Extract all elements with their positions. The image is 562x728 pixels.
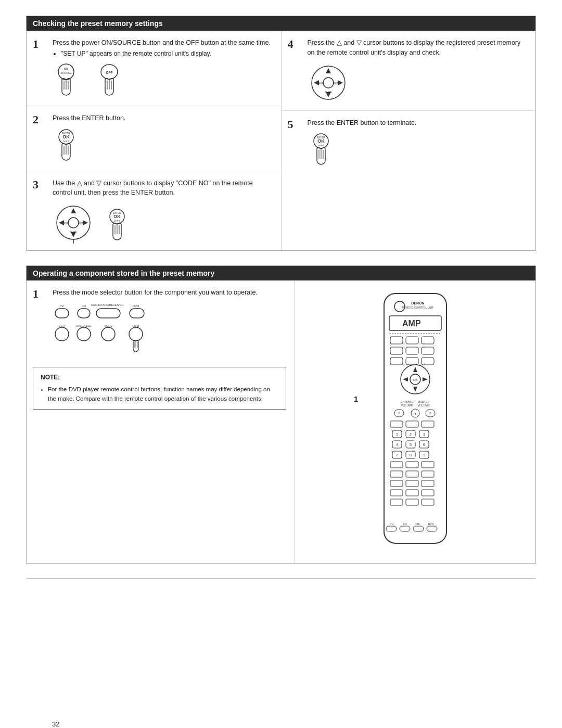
svg-text:CBL: CBL <box>415 522 420 526</box>
section2-col-right: 1 DENON REMOTE CONTROL UNIT AMP <box>295 280 535 563</box>
enter-button-icon-5: ENTER OK SHIFT <box>308 132 341 170</box>
svg-text:CABLE/TAPE/RECEIVER: CABLE/TAPE/RECEIVER <box>91 303 123 306</box>
section2-title: Operating a component stored in the pres… <box>33 269 214 277</box>
svg-text:TV: TV <box>390 522 394 526</box>
svg-text:2: 2 <box>410 432 412 436</box>
bottom-rule <box>26 578 536 579</box>
svg-rect-138 <box>422 499 434 505</box>
svg-point-66 <box>129 327 143 341</box>
step1-number: 1 <box>33 38 47 100</box>
svg-rect-77 <box>390 337 403 344</box>
step1-text: Press the power ON/SOURCE button and the… <box>53 38 273 58</box>
svg-text:DVD: DVD <box>428 522 434 526</box>
svg-text:DENON: DENON <box>412 301 425 305</box>
svg-rect-127 <box>390 471 403 477</box>
step4-row: 4 Press the △ and ▽ cursor buttons to di… <box>282 31 536 111</box>
svg-rect-70 <box>384 293 446 543</box>
s2-step1-images: TV CD CABLE/TAPE/RECEIVER DVD <box>53 302 286 355</box>
section1-col-right: 4 Press the △ and ▽ cursor buttons to di… <box>282 31 536 250</box>
section1-col-left: 1 Press the power ON/SOURCE button and t… <box>27 31 282 250</box>
svg-rect-145 <box>413 526 424 531</box>
section1-content: 1 Press the power ON/SOURCE button and t… <box>27 31 535 250</box>
svg-text:MODE: MODE <box>78 222 86 225</box>
svg-text:8: 8 <box>410 453 412 457</box>
svg-text:TV: TV <box>60 304 64 308</box>
svg-rect-104 <box>406 421 418 427</box>
mode-selector-icon: TV CD CABLE/TAPE/RECEIVER DVD <box>53 302 157 355</box>
svg-rect-131 <box>406 480 418 487</box>
enter-button-icon-2: ENTER OK SHIFT <box>53 127 86 165</box>
section2-col-left: 1 Press the mode selector button for the… <box>27 280 295 563</box>
svg-rect-58 <box>130 309 144 318</box>
step2-number: 2 <box>33 113 47 165</box>
section2-two-col: 1 Press the mode selector button for the… <box>27 280 535 563</box>
svg-rect-144 <box>400 526 410 531</box>
step3-number: 3 <box>33 178 47 246</box>
svg-text:OFF: OFF <box>106 71 113 74</box>
svg-rect-83 <box>390 357 403 365</box>
svg-rect-133 <box>390 490 403 496</box>
s2-step1-row: 1 Press the mode selector button for the… <box>27 280 295 361</box>
section2-content: 1 Press the mode selector button for the… <box>27 280 535 563</box>
note-list: For the DVD player remote control button… <box>48 385 278 404</box>
svg-rect-132 <box>422 480 434 487</box>
svg-rect-85 <box>422 357 434 365</box>
svg-text:6: 6 <box>423 443 425 446</box>
svg-rect-81 <box>406 347 418 354</box>
s2-step1-number: 1 <box>33 288 47 355</box>
svg-text:VCR: VCR <box>59 324 66 327</box>
svg-rect-125 <box>406 462 418 468</box>
enter-button-icon-3: ENTER OK SHIFT <box>104 207 137 245</box>
step1-images: ON SOURCE <box>53 62 273 100</box>
svg-rect-136 <box>390 499 403 505</box>
svg-text:+: + <box>429 411 432 416</box>
svg-text:4: 4 <box>396 443 398 446</box>
svg-point-63 <box>55 327 69 341</box>
svg-rect-78 <box>406 337 418 344</box>
remote-step-label: 1 <box>354 395 358 403</box>
svg-rect-82 <box>422 347 434 354</box>
svg-text:3: 3 <box>423 432 425 436</box>
svg-text:SHIFT: SHIFT <box>318 144 324 147</box>
step1-body: Press the power ON/SOURCE button and the… <box>53 38 273 100</box>
svg-rect-80 <box>390 347 403 354</box>
off-button-icon: OFF <box>96 62 130 100</box>
svg-rect-105 <box>422 421 434 427</box>
step4-text: Press the △ and ▽ cursor buttons to disp… <box>308 38 528 58</box>
section1-header: Checking the preset memory settings <box>27 16 535 31</box>
svg-rect-124 <box>390 462 403 468</box>
svg-point-64 <box>77 327 91 341</box>
svg-text:SKIP: SKIP <box>62 222 68 225</box>
svg-text:OK: OK <box>317 138 325 144</box>
svg-text:MODE: MODE <box>333 82 341 85</box>
svg-marker-90 <box>403 377 408 381</box>
svg-text:OK: OK <box>113 214 121 219</box>
step3-row: 3 Use the △ and ▽ cursor buttons to disp… <box>27 171 281 251</box>
svg-text:9: 9 <box>423 453 425 457</box>
svg-text:MASTER: MASTER <box>418 400 430 403</box>
svg-marker-37 <box>326 68 331 73</box>
svg-rect-146 <box>427 526 437 531</box>
svg-rect-130 <box>390 480 403 487</box>
step4-body: Press the △ and ▽ cursor buttons to disp… <box>308 38 528 105</box>
svg-text:SOURCE: SOURCE <box>60 71 72 74</box>
step4-number: 4 <box>288 38 302 105</box>
svg-text:7: 7 <box>396 453 398 457</box>
dpad-icon-4: SKIP MODE SLOW <box>308 62 349 105</box>
note-box: NOTE: For the DVD player remote control … <box>33 367 286 410</box>
page-wrapper: Checking the preset memory settings 1 Pr… <box>26 16 536 728</box>
svg-text:AMP: AMP <box>402 319 421 328</box>
svg-rect-84 <box>406 357 418 365</box>
svg-marker-89 <box>413 387 417 392</box>
step5-row: 5 Press the ENTER button to terminate. E… <box>282 111 536 175</box>
section1-title: Checking the preset memory settings <box>33 19 163 28</box>
svg-text:DVD: DVD <box>133 304 139 308</box>
svg-rect-134 <box>406 490 418 496</box>
section2-header: Operating a component stored in the pres… <box>27 266 535 280</box>
svg-text:DVD: DVD <box>133 324 139 327</box>
svg-marker-88 <box>413 367 417 372</box>
step2-text: Press the ENTER button. <box>53 113 273 123</box>
svg-text:1: 1 <box>396 432 398 436</box>
step5-text: Press the ENTER button to terminate. <box>308 118 528 128</box>
remote-control-illustration: 1 DENON REMOTE CONTROL UNIT AMP <box>363 291 467 553</box>
